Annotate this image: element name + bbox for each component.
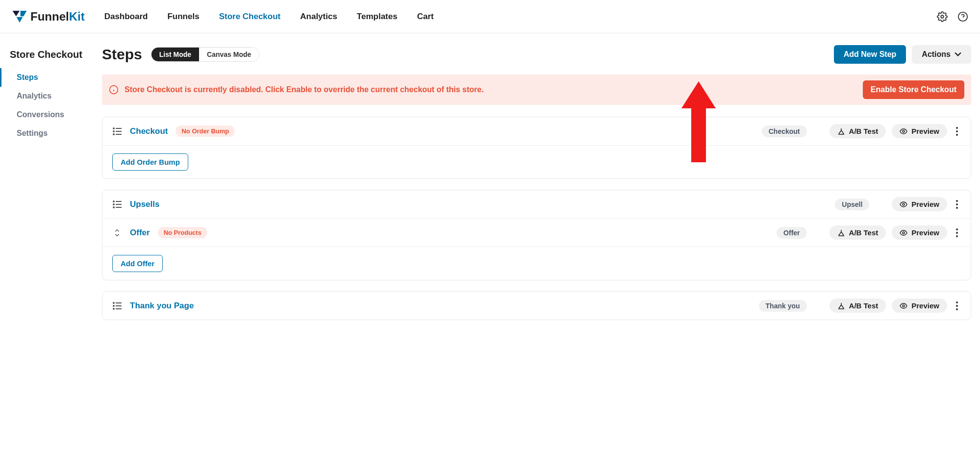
topbar-right bbox=[937, 11, 968, 22]
logo-text: FunnelKit bbox=[30, 10, 85, 24]
list-icon bbox=[112, 301, 122, 310]
step-row-upsells: Upsells Upsell Preview bbox=[102, 190, 971, 218]
badge-no-products: No Products bbox=[158, 227, 207, 238]
enable-store-checkout-button[interactable]: Enable Store Checkout bbox=[863, 80, 964, 99]
preview-label: Preview bbox=[911, 301, 939, 310]
svg-point-25 bbox=[956, 207, 958, 209]
alert-text: Store Checkout is currently disabled. Cl… bbox=[125, 85, 484, 94]
sidebar-title: Store Checkout bbox=[0, 45, 98, 68]
ab-test-label: A/B Test bbox=[849, 301, 879, 310]
kebab-menu[interactable] bbox=[953, 198, 961, 211]
main: Steps List Mode Canvas Mode Add New Step… bbox=[98, 33, 980, 350]
add-order-bump-row: Add Order Bump bbox=[102, 145, 971, 178]
preview-button[interactable]: Preview bbox=[892, 124, 947, 138]
row-actions: A/B Test Preview bbox=[829, 225, 961, 240]
svg-point-14 bbox=[956, 130, 958, 132]
svg-point-20 bbox=[113, 207, 114, 208]
svg-point-22 bbox=[903, 203, 905, 205]
ab-test-label: A/B Test bbox=[849, 127, 879, 135]
alert-banner: Store Checkout is currently disabled. Cl… bbox=[102, 75, 971, 105]
svg-point-18 bbox=[113, 204, 114, 205]
ab-test-label: A/B Test bbox=[849, 228, 879, 237]
row-actions: A/B Test Preview bbox=[829, 124, 961, 138]
mode-canvas-button[interactable]: Canvas Mode bbox=[199, 48, 259, 61]
eye-icon bbox=[900, 302, 907, 310]
sidebar-item-analytics[interactable]: Analytics bbox=[0, 87, 98, 105]
kebab-menu[interactable] bbox=[953, 125, 961, 138]
topnav-cart[interactable]: Cart bbox=[417, 12, 434, 22]
svg-point-8 bbox=[113, 131, 114, 132]
preview-button[interactable]: Preview bbox=[892, 197, 947, 211]
svg-point-39 bbox=[956, 308, 958, 310]
ab-test-button[interactable]: A/B Test bbox=[829, 124, 886, 138]
preview-button[interactable]: Preview bbox=[892, 299, 947, 313]
gear-icon[interactable] bbox=[937, 11, 948, 22]
topnav-analytics[interactable]: Analytics bbox=[300, 12, 337, 22]
svg-point-32 bbox=[113, 305, 114, 306]
actions-button[interactable]: Actions bbox=[912, 45, 971, 64]
mode-list-button[interactable]: List Mode bbox=[151, 48, 199, 61]
kebab-menu[interactable] bbox=[953, 226, 961, 239]
svg-point-0 bbox=[941, 15, 944, 18]
add-offer-button[interactable]: Add Offer bbox=[112, 255, 163, 272]
svg-point-13 bbox=[956, 127, 958, 129]
help-icon[interactable] bbox=[957, 11, 968, 22]
add-new-step-button[interactable]: Add New Step bbox=[834, 45, 906, 64]
svg-point-24 bbox=[956, 203, 958, 205]
svg-point-27 bbox=[956, 228, 958, 230]
badge-no-order-bump: No Order Bump bbox=[176, 125, 235, 137]
svg-point-15 bbox=[956, 134, 958, 136]
svg-point-26 bbox=[903, 232, 905, 234]
step-link-checkout[interactable]: Checkout bbox=[130, 126, 168, 136]
svg-point-6 bbox=[113, 128, 114, 129]
step-row-checkout: Checkout No Order Bump Checkout A/B Test… bbox=[102, 117, 971, 145]
info-icon bbox=[109, 85, 119, 95]
step-link-upsells[interactable]: Upsells bbox=[130, 200, 159, 209]
topnav: Dashboard Funnels Store Checkout Analyti… bbox=[104, 12, 434, 22]
topnav-funnels[interactable]: Funnels bbox=[167, 12, 199, 22]
sidebar-item-settings[interactable]: Settings bbox=[0, 124, 98, 143]
header-actions: Add New Step Actions bbox=[834, 45, 971, 64]
eye-icon bbox=[900, 127, 907, 135]
page-title: Steps bbox=[102, 46, 142, 63]
topbar: FunnelKit Dashboard Funnels Store Checko… bbox=[0, 0, 980, 33]
mode-switch: List Mode Canvas Mode bbox=[151, 47, 260, 62]
step-link-offer[interactable]: Offer bbox=[130, 228, 150, 238]
kebab-menu[interactable] bbox=[953, 300, 961, 312]
sidebar-item-conversions[interactable]: Conversions bbox=[0, 105, 98, 124]
topnav-store-checkout[interactable]: Store Checkout bbox=[219, 12, 281, 22]
add-order-bump-button[interactable]: Add Order Bump bbox=[112, 153, 188, 171]
step-card-checkout: Checkout No Order Bump Checkout A/B Test… bbox=[102, 117, 971, 179]
row-actions: A/B Test Preview bbox=[829, 299, 961, 313]
svg-point-34 bbox=[113, 308, 114, 309]
logo-icon bbox=[12, 10, 27, 24]
type-badge-thankyou: Thank you bbox=[759, 300, 807, 312]
svg-point-28 bbox=[956, 232, 958, 234]
preview-label: Preview bbox=[911, 200, 939, 208]
topnav-dashboard[interactable]: Dashboard bbox=[104, 12, 148, 22]
type-badge-upsell: Upsell bbox=[835, 199, 869, 210]
logo[interactable]: FunnelKit bbox=[12, 10, 85, 24]
preview-button[interactable]: Preview bbox=[892, 225, 947, 240]
step-card-upsells: Upsells Upsell Preview Offer No P bbox=[102, 190, 971, 280]
sidebar-item-steps[interactable]: Steps bbox=[0, 68, 98, 87]
actions-button-label: Actions bbox=[922, 50, 951, 59]
step-card-thankyou: Thank you Page Thank you A/B Test Previe… bbox=[102, 291, 971, 320]
eye-icon bbox=[900, 229, 907, 237]
eye-icon bbox=[900, 200, 907, 208]
list-icon bbox=[112, 200, 122, 209]
svg-point-12 bbox=[903, 130, 905, 132]
step-row-thankyou: Thank you Page Thank you A/B Test Previe… bbox=[102, 292, 971, 320]
ab-test-button[interactable]: A/B Test bbox=[829, 299, 886, 313]
sidebar: Store Checkout Steps Analytics Conversio… bbox=[0, 33, 98, 350]
svg-point-10 bbox=[113, 134, 114, 135]
abtest-icon bbox=[837, 127, 845, 135]
step-link-thankyou[interactable]: Thank you Page bbox=[130, 301, 194, 311]
svg-point-16 bbox=[113, 201, 114, 202]
abtest-icon bbox=[837, 302, 845, 310]
svg-point-23 bbox=[956, 200, 958, 202]
sort-icon[interactable] bbox=[112, 228, 122, 237]
ab-test-button[interactable]: A/B Test bbox=[829, 225, 886, 240]
preview-label: Preview bbox=[911, 228, 939, 237]
topnav-templates[interactable]: Templates bbox=[357, 12, 398, 22]
